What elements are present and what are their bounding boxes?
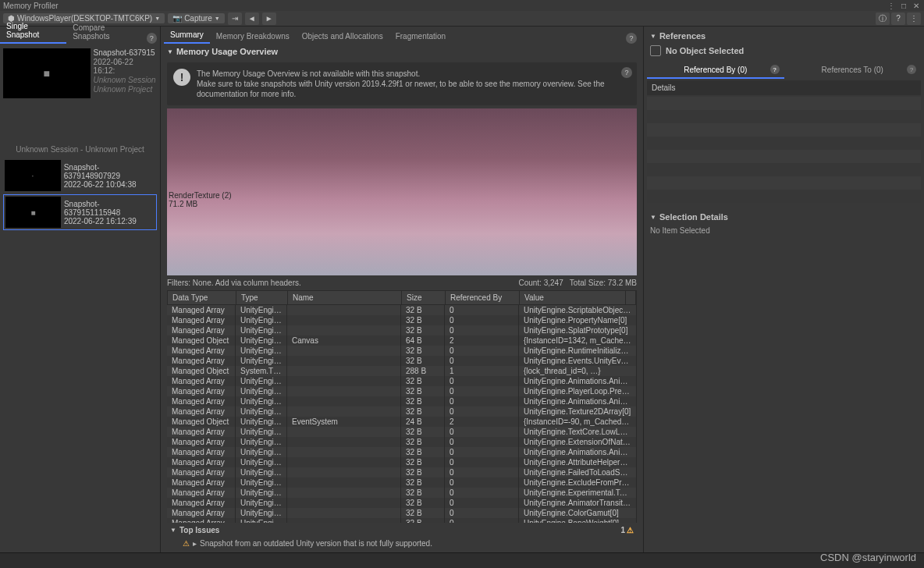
snapshot-list-item[interactable]: · Snapshot-6379148907929 2022-06-22 10:0… xyxy=(3,158,157,193)
tab-single-snapshot[interactable]: Single Snapshot xyxy=(0,19,66,44)
session-header: Unknown Session - Unknown Project xyxy=(0,142,160,157)
snapshot-date: 2022-06-22 16:12:39 xyxy=(64,217,155,225)
filters-row: Filters: None. Add via column headers. C… xyxy=(161,275,643,290)
top-issues-header[interactable]: ▼ Top Issues 1 ⚠ xyxy=(167,523,637,538)
titlebar-title: Memory Profiler xyxy=(3,2,59,10)
overflow-menu[interactable]: ⋮ xyxy=(907,12,921,25)
chevron-down-icon: ▼ xyxy=(155,16,160,21)
info-button[interactable]: ⓘ xyxy=(876,12,890,25)
watermark: CSDN @staryinworld xyxy=(820,552,916,563)
table-row[interactable]: Managed ArrayUnityEngine.A…32 B0UnityEng… xyxy=(167,498,637,508)
tab-fragmentation[interactable]: Fragmentation xyxy=(389,29,452,44)
table-row[interactable]: Managed ArrayUnityEngine.S…32 B0UnityEng… xyxy=(167,305,637,315)
snapshot-name: Snapshot-637915 xyxy=(94,48,157,57)
col-referenced-by[interactable]: Referenced By xyxy=(446,291,520,304)
main-content: Summary Memory Breakdowns Objects and Al… xyxy=(161,27,643,552)
snapshot-thumbnail: ■ xyxy=(5,197,61,228)
table-row[interactable]: Managed ArrayUnityEngine.E…32 B0UnityEng… xyxy=(167,477,637,488)
col-type[interactable]: Type xyxy=(236,291,288,304)
table-row[interactable]: Managed ArrayUnityEngine.A…32 B0UnityEng… xyxy=(167,396,637,406)
snapshot-list-item[interactable]: ■ Snapshot-6379151115948 2022-06-22 16:1… xyxy=(3,194,157,230)
snapshot-date: 2022-06-22 10:04:38 xyxy=(64,180,155,189)
table-row[interactable]: Managed ObjectUnityEngine.E…EventSystem2… xyxy=(167,417,637,427)
tab-referenced-by[interactable]: Referenced By (0) ? xyxy=(647,62,784,79)
collapse-icon: ▼ xyxy=(650,33,656,40)
statusbar xyxy=(0,552,924,568)
table-row[interactable]: Managed ArrayUnityEngine.R…32 B0UnityEng… xyxy=(167,346,637,356)
help-button[interactable]: ? xyxy=(891,12,905,25)
help-icon[interactable]: ? xyxy=(147,33,157,44)
table-row[interactable]: Managed ArrayUnityEngine.F…32 B0UnityEng… xyxy=(167,386,637,396)
table-row[interactable]: Managed ArrayUnityEngine.A…32 B0UnityEng… xyxy=(167,376,637,386)
table-row[interactable]: Managed ArrayUnityEngine.A…32 B0UnityEng… xyxy=(167,457,637,467)
table-row[interactable]: Managed ArrayUnityEngine.T…32 B0UnityEng… xyxy=(167,427,637,437)
titlebar: Memory Profiler ⋮ □ ✕ xyxy=(0,0,924,11)
snapshot-name: Snapshot-6379151115948 xyxy=(64,200,155,217)
details-list xyxy=(647,97,921,203)
table-row[interactable]: Managed ArrayUnityEngine.F…32 B0UnityEng… xyxy=(167,467,637,477)
snapshot-panel: Single Snapshot Compare Snapshots ? ■ Sn… xyxy=(0,27,161,552)
render-preview: RenderTexture (2) 71.2 MB xyxy=(167,108,637,275)
chevron-down-icon: ▼ xyxy=(215,16,220,21)
snapshot-project: Unknown Project xyxy=(94,85,157,94)
tab-objects[interactable]: Objects and Allocations xyxy=(296,29,389,44)
reference-tabs: Referenced By (0) ? References To (0) ? xyxy=(647,62,921,79)
empty-icon xyxy=(650,45,661,56)
capture-button[interactable]: 📷 Capture ▼ xyxy=(168,13,225,23)
table-header: Data Type Type Name Size Referenced By V… xyxy=(167,290,637,305)
table-row[interactable]: Managed ArrayUnityEngine.S…32 B0UnityEng… xyxy=(167,325,637,335)
table-row[interactable]: Managed ArrayUnityEngine.A…32 B0UnityEng… xyxy=(167,447,637,457)
table-row[interactable]: Managed ArrayUnityEngine.E…32 B0UnityEng… xyxy=(167,356,637,366)
snapshot-thumbnail: ■ xyxy=(3,48,91,98)
nav-back-button[interactable]: ◄ xyxy=(245,12,259,25)
warning-icon: ! xyxy=(173,69,190,86)
warning-icon: ⚠ xyxy=(183,539,190,548)
expand-icon: ▸ xyxy=(193,539,197,548)
current-snapshot-card: ■ Snapshot-637915 2022-06-22 16:12: Unkn… xyxy=(3,48,157,98)
memory-overview-header[interactable]: ▼ Memory Usage Overview xyxy=(161,44,643,59)
table-body[interactable]: Managed ArrayUnityEngine.S…32 B0UnityEng… xyxy=(167,305,637,523)
nav-forward-button[interactable]: ► xyxy=(262,12,276,25)
tab-summary[interactable]: Summary xyxy=(164,27,210,44)
render-size: 71.2 MB xyxy=(169,200,637,208)
table-row[interactable]: Managed ArrayUnityEngine.E…32 B0UnityEng… xyxy=(167,437,637,447)
tab-compare-snapshots[interactable]: Compare Snapshots xyxy=(66,20,147,44)
info-message: ! The Memory Usage Overview is not avail… xyxy=(167,62,637,105)
collapse-icon: ▼ xyxy=(650,214,656,221)
table-row[interactable]: Managed ArrayUnityEngine.E…32 B0UnityEng… xyxy=(167,488,637,498)
snapshot-tabs: Single Snapshot Compare Snapshots ? xyxy=(0,27,160,44)
col-value[interactable]: Value xyxy=(520,291,626,304)
col-data-type[interactable]: Data Type xyxy=(168,291,236,304)
table-row[interactable]: Managed ArrayUnityEngine.T…32 B0UnityEng… xyxy=(167,406,637,417)
issue-item[interactable]: ⚠ ▸ Snapshot from an outdated Unity vers… xyxy=(167,538,637,549)
references-header[interactable]: ▼ References xyxy=(647,30,921,42)
camera-icon: 📷 xyxy=(172,14,182,23)
snapshot-date: 2022-06-22 16:12: xyxy=(94,58,157,75)
no-object-selected: No Object Selected xyxy=(647,42,921,59)
data-table: Data Type Type Name Size Referenced By V… xyxy=(167,290,637,523)
col-size[interactable]: Size xyxy=(402,291,446,304)
table-row[interactable]: Managed ObjectUnityEngine.L…Canvas64 B2{… xyxy=(167,335,637,346)
render-label: RenderTexture (2) xyxy=(169,191,637,200)
total-size: Total Size: 73.2 MB xyxy=(570,279,637,287)
maximize-icon[interactable]: □ xyxy=(899,2,908,10)
tab-breakdowns[interactable]: Memory Breakdowns xyxy=(210,29,296,44)
scrollbar-spacer xyxy=(626,291,636,304)
help-icon[interactable]: ? xyxy=(626,33,637,44)
menu-icon[interactable]: ⋮ xyxy=(887,2,896,10)
table-row[interactable]: Managed ArrayUnityEngine.C…32 B0UnityEng… xyxy=(167,508,637,518)
close-icon[interactable]: ✕ xyxy=(912,2,921,10)
no-item-selected: No Item Selected xyxy=(647,225,921,236)
snapshot-thumbnail: · xyxy=(5,160,61,191)
references-panel: ▼ References No Object Selected Referenc… xyxy=(643,27,924,552)
selection-details-header[interactable]: ▼ Selection Details xyxy=(647,209,921,225)
tab-references-to[interactable]: References To (0) ? xyxy=(784,62,922,79)
import-button[interactable]: ⇥ xyxy=(228,12,242,25)
table-row[interactable]: Managed ObjectSystem.Threa…288 B1{lock_t… xyxy=(167,366,637,376)
help-icon[interactable]: ? xyxy=(621,67,632,78)
help-icon[interactable]: ? xyxy=(770,65,780,74)
snapshot-session: Unknown Session xyxy=(94,76,157,84)
table-row[interactable]: Managed ArrayUnityEngine.F…32 B0UnityEng… xyxy=(167,315,637,325)
col-name[interactable]: Name xyxy=(288,291,402,304)
help-icon[interactable]: ? xyxy=(907,65,916,74)
